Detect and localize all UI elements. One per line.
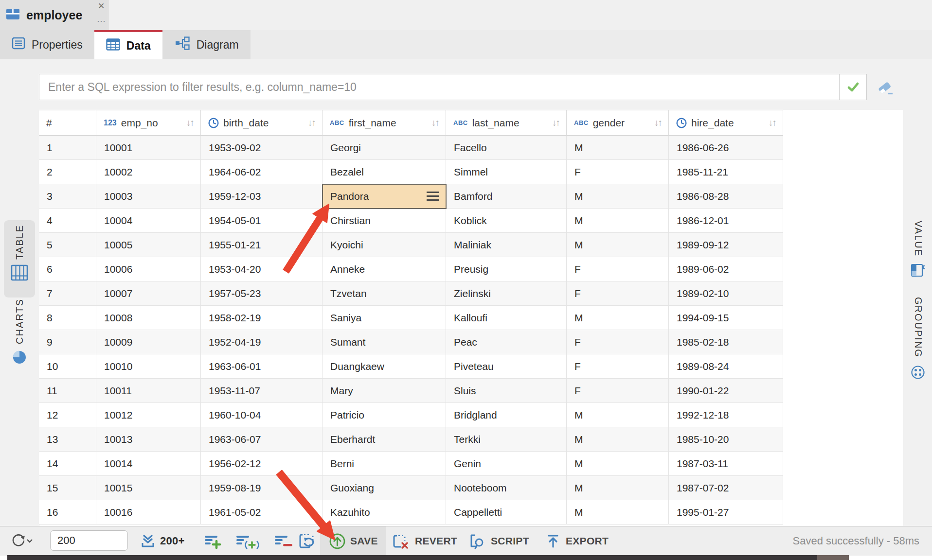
grid-cell[interactable]: 1986-12-01 <box>669 209 783 233</box>
row-number-cell[interactable]: 2 <box>39 160 96 184</box>
add-row-button[interactable] <box>203 526 223 556</box>
grid-cell[interactable]: 1952-04-19 <box>201 330 323 354</box>
grid-cell[interactable]: Saniya <box>323 306 446 330</box>
row-number-cell[interactable]: 12 <box>39 403 96 427</box>
grid-cell[interactable]: 1985-02-18 <box>669 330 783 354</box>
refresh-menu-button[interactable] <box>9 526 34 556</box>
grid-cell[interactable]: 10013 <box>96 427 201 452</box>
grid-cell[interactable]: F <box>567 281 669 306</box>
grid-cell[interactable]: Anneke <box>323 257 446 281</box>
grid-cell[interactable]: Koblick <box>446 209 567 233</box>
grid-cell[interactable]: M <box>567 233 669 257</box>
row-number-cell[interactable]: 4 <box>39 209 96 233</box>
grid-cell[interactable]: Zielinski <box>446 281 567 306</box>
grid-cell[interactable]: 1995-01-27 <box>669 500 783 525</box>
presentation-tab-charts[interactable]: CHARTS <box>4 298 35 386</box>
grid-cell[interactable]: 10004 <box>96 209 201 233</box>
grid-cell[interactable]: 10009 <box>96 330 201 354</box>
grid-cell[interactable]: Peac <box>446 330 567 354</box>
grid-cell[interactable]: Preusig <box>446 257 567 281</box>
row-number-cell[interactable]: 15 <box>39 476 96 500</box>
row-number-cell[interactable]: 10 <box>39 354 96 379</box>
duplicate-row-button[interactable] <box>235 526 260 556</box>
grid-cell[interactable]: 1989-08-24 <box>669 354 783 379</box>
grid-cell[interactable]: Simmel <box>446 160 567 184</box>
column-header-emp-no[interactable]: 123 emp_no ↓↑ <box>96 110 201 136</box>
grid-cell[interactable]: 10008 <box>96 306 201 330</box>
fetch-size-input[interactable] <box>50 530 128 551</box>
grid-cell[interactable]: 1959-12-03 <box>201 184 323 209</box>
grid-cell[interactable]: Georgi <box>323 136 446 160</box>
grid-cell[interactable]: 10006 <box>96 257 201 281</box>
grid-cell[interactable]: 10015 <box>96 476 201 500</box>
grid-cell[interactable]: 1964-06-02 <box>201 160 323 184</box>
panel-tab-grouping[interactable]: GROUPING <box>906 297 930 394</box>
grid-cell[interactable]: Pandora <box>323 184 446 209</box>
grid-cell[interactable]: 1986-06-26 <box>669 136 783 160</box>
grid-cell[interactable]: Nooteboom <box>446 476 567 500</box>
refresh-result-button[interactable] <box>298 526 317 556</box>
grid-cell[interactable]: 1955-01-21 <box>201 233 323 257</box>
grid-cell[interactable]: F <box>567 330 669 354</box>
clear-filter-button[interactable] <box>875 77 896 98</box>
grid-cell[interactable]: 10011 <box>96 379 201 403</box>
row-number-cell[interactable]: 11 <box>39 379 96 403</box>
grid-cell[interactable]: Maliniak <box>446 233 567 257</box>
row-number-cell[interactable]: 13 <box>39 427 96 452</box>
sort-icon[interactable]: ↓↑ <box>769 118 776 128</box>
column-header-birth-date[interactable]: birth_date ↓↑ <box>201 110 323 136</box>
column-header-last-name[interactable]: ABC last_name ↓↑ <box>446 110 567 136</box>
grid-cell[interactable]: 1987-03-11 <box>669 452 783 476</box>
grid-cell[interactable]: M <box>567 306 669 330</box>
delete-row-button[interactable] <box>273 526 294 556</box>
grid-cell[interactable]: Kalloufi <box>446 306 567 330</box>
sort-icon[interactable]: ↓↑ <box>654 118 662 128</box>
column-header-hire-date[interactable]: hire_date ↓↑ <box>669 110 783 136</box>
grid-cell[interactable]: Genin <box>446 452 567 476</box>
tab-overflow-icon[interactable]: … <box>95 17 107 26</box>
grid-cell[interactable]: M <box>567 403 669 427</box>
grid-cell[interactable]: 10001 <box>96 136 201 160</box>
row-number-cell[interactable]: 16 <box>39 500 96 525</box>
grid-cell[interactable]: Guoxiang <box>323 476 446 500</box>
grid-cell[interactable]: 1963-06-07 <box>201 427 323 452</box>
grid-cell[interactable]: Bridgland <box>446 403 567 427</box>
grid-cell[interactable]: 10007 <box>96 281 201 306</box>
grid-cell[interactable]: 1992-12-18 <box>669 403 783 427</box>
grid-cell[interactable]: 1959-08-19 <box>201 476 323 500</box>
editor-tab-employee[interactable]: employee ✕ … <box>0 0 108 30</box>
cell-menu-icon[interactable] <box>427 192 439 201</box>
fetch-next-page-button[interactable]: 200+ <box>140 526 185 556</box>
row-number-cell[interactable]: 7 <box>39 281 96 306</box>
grid-cell[interactable]: 10010 <box>96 354 201 379</box>
grid-cell[interactable]: M <box>567 452 669 476</box>
grid-cell[interactable]: M <box>567 136 669 160</box>
row-number-cell[interactable]: 1 <box>39 136 96 160</box>
grid-cell[interactable]: F <box>567 379 669 403</box>
export-button[interactable]: EXPORT <box>545 526 609 556</box>
grid-cell[interactable]: Chirstian <box>323 209 446 233</box>
grid-cell[interactable]: M <box>567 209 669 233</box>
grid-cell[interactable]: 1960-10-04 <box>201 403 323 427</box>
grid-cell[interactable]: 1985-10-20 <box>669 427 783 452</box>
script-button[interactable]: SCRIPT <box>468 526 529 556</box>
column-header-rownum[interactable]: # <box>39 110 96 136</box>
grid-cell[interactable]: 1953-04-20 <box>201 257 323 281</box>
grid-cell[interactable]: M <box>567 500 669 525</box>
grid-cell[interactable]: Bezalel <box>323 160 446 184</box>
grid-cell[interactable]: M <box>567 476 669 500</box>
grid-cell[interactable]: F <box>567 160 669 184</box>
grid-cell[interactable]: 1986-08-28 <box>669 184 783 209</box>
close-icon[interactable]: ✕ <box>95 0 107 11</box>
grid-cell[interactable]: 10003 <box>96 184 201 209</box>
grid-cell[interactable]: 1963-06-01 <box>201 354 323 379</box>
grid-cell[interactable]: Sluis <box>446 379 567 403</box>
grid-cell[interactable]: 1961-05-02 <box>201 500 323 525</box>
grid-cell[interactable]: Berni <box>323 452 446 476</box>
grid-cell[interactable]: 10002 <box>96 160 201 184</box>
grid-cell[interactable]: Mary <box>323 379 446 403</box>
column-header-gender[interactable]: ABC gender ↓↑ <box>567 110 669 136</box>
grid-cell[interactable]: Duangkaew <box>323 354 446 379</box>
grid-cell[interactable]: 1953-11-07 <box>201 379 323 403</box>
grid-cell[interactable]: 1989-02-10 <box>669 281 783 306</box>
